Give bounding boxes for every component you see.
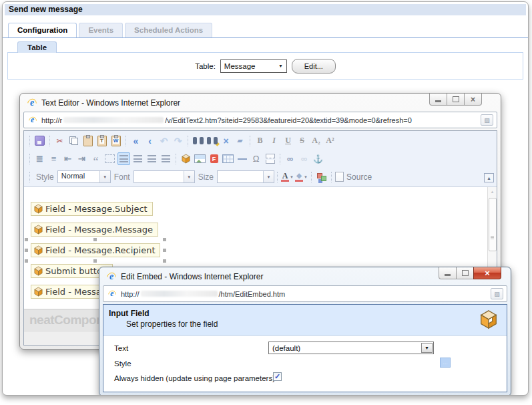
align-left-icon [119, 155, 128, 162]
page-break-button[interactable] [264, 152, 276, 165]
copy-button[interactable] [67, 134, 80, 147]
insert-embed-button[interactable] [180, 152, 192, 165]
table-select-value: Message [224, 62, 256, 70]
text-color-button[interactable]: A▼ [281, 170, 294, 183]
source-button[interactable]: Source [335, 170, 372, 183]
minimize-button[interactable] [429, 94, 447, 106]
justify-button[interactable] [160, 152, 172, 165]
embed-chip-message[interactable]: Field - Message.Message [31, 223, 158, 237]
cut-button[interactable]: ✂ [53, 134, 66, 147]
edit-embed-content: Input Field Set properties for the field… [103, 304, 507, 392]
align-right-button[interactable] [146, 152, 158, 165]
embed-chip-label: Field - Message.Subject [45, 204, 148, 214]
find-button[interactable] [192, 134, 204, 147]
resize-handle[interactable] [163, 249, 166, 252]
special-character-button[interactable]: Ω [250, 152, 262, 165]
numbered-list-button[interactable]: ≣ [33, 152, 46, 165]
resize-handle[interactable] [25, 249, 28, 252]
font-label: Font [114, 172, 130, 182]
dialog-title: Input Field [109, 309, 501, 318]
anchor-button[interactable]: ⚓ [312, 152, 324, 165]
paste-button[interactable] [81, 134, 94, 147]
bulleted-list-button[interactable]: ≡ [47, 152, 60, 165]
insert-table-button[interactable] [222, 152, 234, 165]
resize-handle[interactable] [93, 238, 97, 241]
tab-configuration[interactable]: Configuration [8, 23, 77, 37]
edit-button[interactable]: Edit... [292, 59, 336, 74]
show-blocks-button[interactable] [315, 170, 328, 183]
create-div-button[interactable] [103, 152, 116, 165]
close-button[interactable]: × [464, 94, 482, 106]
align-center-button[interactable] [131, 152, 144, 165]
replace-button[interactable] [206, 134, 218, 147]
save-button[interactable] [33, 134, 46, 147]
align-center-icon [134, 155, 142, 162]
eraser-button[interactable]: ▰ [234, 134, 246, 147]
redo-button[interactable]: ↷ [172, 134, 184, 147]
justify-icon [162, 155, 170, 162]
go-previous-button[interactable]: ‹ [144, 134, 156, 147]
table-select[interactable]: Message ▼ [220, 59, 287, 73]
tab-events[interactable]: Events [79, 23, 123, 37]
insert-link-button[interactable]: ∞ [284, 152, 296, 165]
embed-cube-icon [33, 204, 43, 214]
maximize-editor-button[interactable]: × [220, 134, 232, 147]
text-select[interactable]: (default) ▼ [268, 342, 434, 354]
resize-handle[interactable] [163, 259, 166, 263]
maximize-button[interactable] [447, 94, 465, 106]
remove-link-button[interactable]: ∞ [298, 152, 310, 165]
resize-handle[interactable] [25, 238, 28, 241]
superscript-button[interactable]: A² [324, 134, 336, 147]
resize-handle[interactable] [163, 238, 166, 241]
always-hidden-checkbox[interactable]: ✓ [273, 372, 282, 381]
italic-button[interactable]: I [268, 134, 280, 147]
bold-button[interactable]: B [254, 134, 266, 147]
app-window: Send new message Configuration Events Sc… [2, 1, 529, 396]
align-left-button[interactable] [117, 152, 130, 165]
minimize-button[interactable] [439, 267, 457, 279]
embed-chip-subject[interactable]: Field - Message.Subject [31, 202, 153, 216]
undo-button[interactable]: ↶ [158, 134, 170, 147]
compatibility-view-icon[interactable]: ▨ [481, 114, 493, 126]
horizontal-rule-button[interactable] [236, 152, 248, 165]
address-bar-row: e http://r/v/EditText2.htm?siteid=29583&… [23, 112, 497, 128]
style-select[interactable]: Normal▼ [57, 170, 111, 183]
url-text: http://r/v/EditText2.htm?siteid=29583&fe… [41, 116, 412, 124]
compatibility-view-icon[interactable]: ▨ [491, 288, 503, 299]
toolbar-row-3: Style Normal▼ Font ▼ Size ▼ A▼ ◆▼ Source [25, 168, 495, 186]
insert-image-button[interactable] [194, 152, 206, 165]
go-first-button[interactable]: « [129, 134, 142, 147]
increase-indent-button[interactable]: ⇥ [75, 152, 88, 165]
tab-scheduled-actions[interactable]: Scheduled Actions [125, 23, 212, 37]
flash-icon: F [210, 154, 218, 163]
text-color-icon: A [281, 172, 289, 182]
maximize-button[interactable] [456, 267, 474, 279]
font-select[interactable]: ▼ [134, 170, 195, 183]
text-editor-titlebar[interactable]: e Text Editor - Windows Internet Explore… [20, 94, 501, 112]
scroll-thumb[interactable] [489, 198, 497, 251]
find-icon [193, 137, 204, 144]
underline-button[interactable]: U [282, 134, 294, 147]
subscript-button[interactable]: A₂ [310, 134, 322, 147]
screen: Send new message Configuration Events Sc… [0, 0, 532, 405]
insert-flash-button[interactable]: F [208, 152, 220, 165]
address-bar[interactable]: e http://r/v/EditText2.htm?siteid=29583&… [23, 112, 497, 128]
resize-handle[interactable] [25, 259, 28, 263]
paste-from-word-button[interactable]: W [109, 134, 122, 147]
strikethrough-button[interactable]: S [296, 134, 308, 147]
style-browse-button[interactable]: ... [440, 358, 451, 368]
close-button[interactable]: × [473, 267, 501, 279]
paste-as-text-button[interactable]: T [95, 134, 108, 147]
decrease-indent-button[interactable]: ⇤ [61, 152, 74, 165]
address-bar[interactable]: e http:///htm/EditEmbed.htm ▨ [103, 285, 507, 302]
scroll-up-button[interactable]: ▴ [488, 187, 497, 196]
size-select[interactable]: ▼ [217, 170, 274, 183]
background-color-button[interactable]: ◆▼ [295, 170, 308, 183]
redacted-url-segment [63, 117, 164, 123]
redacted-url-segment [141, 291, 218, 297]
blockquote-button[interactable]: “ [89, 152, 102, 165]
embed-chip-recipient[interactable]: Field - Message.Recipient [31, 243, 160, 257]
toolbar-collapse-button[interactable]: ▴ [484, 173, 494, 182]
resize-handle[interactable] [93, 259, 97, 263]
tab-table[interactable]: Table [17, 41, 57, 53]
